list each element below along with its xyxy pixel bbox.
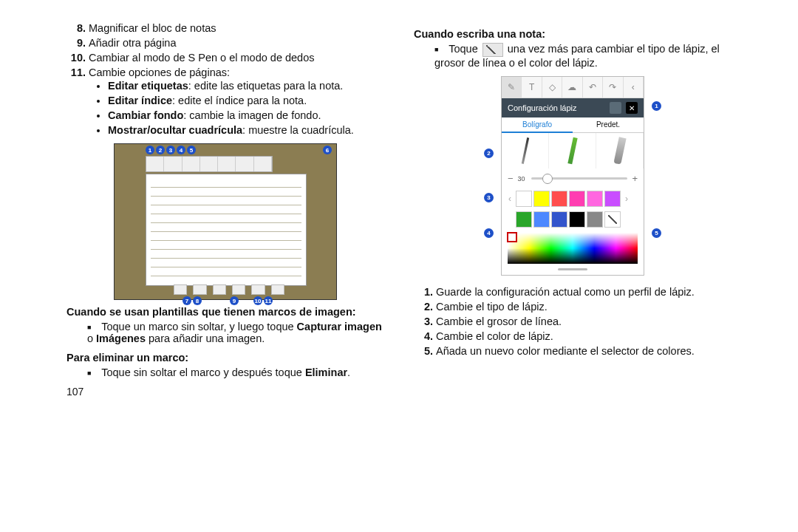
callout-p5: 5 — [652, 228, 661, 238]
swatch-row-2: ‹ — [502, 209, 644, 230]
templates-list: Toque un marco sin soltar, y luego toque… — [66, 321, 384, 344]
swatch-right-arrow: › — [621, 194, 632, 204]
pen-type-row — [502, 133, 644, 168]
plus-icon: + — [632, 173, 638, 184]
save-profile-icon — [610, 102, 621, 114]
eraser-icon: ◇ — [542, 77, 562, 98]
color-swatch — [587, 191, 603, 207]
r-li-4: Cambie el color de lápiz. — [436, 330, 732, 342]
color-swatch — [516, 191, 532, 207]
right-ordered-list: Guarde la configuración actual como un p… — [414, 286, 732, 357]
slider-value: 30 — [518, 175, 525, 183]
tablet-bottom-bar — [174, 284, 284, 295]
callout-6: 6 — [323, 146, 332, 154]
r-li-3: Cambie el grosor de línea. — [436, 316, 732, 327]
color-swatch — [516, 211, 532, 228]
li-11-text: Cambie opciones de páginas: — [89, 66, 230, 78]
swatch-row-1: ‹ › — [502, 188, 644, 209]
color-swatch — [533, 211, 550, 228]
pen-mode-icon: ✎ — [502, 77, 522, 98]
color-swatch — [569, 211, 585, 228]
pen-nib-3 — [596, 133, 644, 168]
tab-boligrafo: Bolígrafo — [502, 117, 573, 133]
slider-track — [531, 177, 628, 180]
sub-mostrar-cuadricula: Mostrar/ocultar cuadrícula: muestre la c… — [108, 124, 384, 136]
r-li-2: Cambie el tipo de lápiz. — [436, 301, 732, 313]
tablet-screenshot: 1 2 3 4 5 6 7 8 9 10 11 — [114, 143, 337, 300]
callout-4: 4 — [177, 146, 185, 154]
page-number: 107 — [66, 386, 384, 398]
color-swatch — [533, 191, 550, 207]
pen-config-title: Configuración lápiz — [508, 103, 577, 112]
write-list: Toque una vez más para cambiar el tipo d… — [414, 43, 732, 69]
pen-nib-2 — [549, 133, 596, 168]
sub-editar-indice: Editar índice: edite el índice para la n… — [108, 95, 384, 106]
callout-2: 2 — [156, 146, 165, 154]
color-swatch — [587, 211, 603, 228]
li-9: Añadir otra página — [89, 37, 384, 49]
tab-predet: Predet. — [573, 117, 644, 133]
callout-11: 11 — [264, 296, 273, 305]
color-swatch — [551, 211, 567, 228]
pen-nib-1 — [502, 133, 549, 168]
left-ordered-list: Magnificar el bloc de notas Añadir otra … — [66, 22, 384, 136]
li-10: Cambiar al modo de S Pen o el modo de de… — [89, 52, 384, 64]
close-icon: ✕ — [626, 102, 638, 114]
write-item: Toque una vez más para cambiar el tipo d… — [434, 43, 732, 69]
heading-write-note: Cuando escriba una nota: — [414, 28, 732, 40]
callout-7: 7 — [183, 296, 191, 305]
thickness-slider: − 30 + — [502, 168, 644, 188]
color-swatch — [604, 191, 621, 207]
remove-list: Toque sin soltar el marco y después toqu… — [66, 366, 384, 378]
color-gradient-picker — [508, 233, 638, 264]
color-swatch — [551, 191, 567, 207]
minus-icon: − — [508, 173, 514, 184]
remove-item: Toque sin soltar el marco y después toqu… — [87, 366, 384, 378]
callout-p3: 3 — [484, 193, 494, 202]
callout-3: 3 — [166, 146, 175, 154]
sub-cambiar-fondo: Cambiar fondo: cambie la imagen de fondo… — [108, 109, 384, 121]
heading-remove-frame: Para eliminar un marco: — [66, 352, 384, 364]
chevron-left-icon: ‹ — [624, 77, 644, 98]
drag-handle-icon — [558, 268, 587, 270]
templates-item: Toque un marco sin soltar, y luego toque… — [87, 321, 384, 344]
callout-1: 1 — [146, 146, 154, 154]
pen-toolbar-icon — [482, 43, 503, 57]
undo-icon: ↶ — [583, 77, 603, 98]
callout-p1: 1 — [652, 101, 661, 111]
text-mode-icon: T — [522, 77, 542, 98]
callout-p4: 4 — [484, 228, 494, 238]
callout-5: 5 — [187, 146, 196, 154]
callout-10: 10 — [253, 296, 262, 305]
redo-icon: ↷ — [603, 77, 623, 98]
r-li-5: Añada un nuevo color mediante el selecto… — [436, 345, 732, 357]
li-8: Magnificar el bloc de notas — [89, 22, 384, 34]
callout-9: 9 — [230, 296, 239, 305]
pen-tabs: Bolígrafo Predet. — [502, 117, 644, 133]
tablet-note-page — [146, 174, 307, 286]
top-toolbar: ✎ T ◇ ☁ ↶ ↷ ‹ — [502, 77, 644, 98]
shape-icon: ☁ — [562, 77, 582, 98]
page-options-list: Editar etiquetas: edite las etiquetas pa… — [89, 80, 384, 136]
eyedropper-icon — [604, 211, 621, 228]
callout-p2: 2 — [484, 149, 494, 158]
heading-templates: Cuando se usan plantillas que tienen mar… — [66, 306, 384, 318]
tablet-toolbar — [146, 156, 273, 172]
callout-8: 8 — [193, 296, 202, 305]
sub-editar-etiquetas: Editar etiquetas: edite las etiquetas pa… — [108, 80, 384, 92]
color-swatch — [569, 191, 585, 207]
swatch-left-arrow: ‹ — [505, 194, 515, 204]
pen-config-header: Configuración lápiz ✕ — [502, 98, 644, 117]
li-11: Cambie opciones de páginas: Editar etiqu… — [89, 66, 384, 136]
r-li-1: Guarde la configuración actual como un p… — [436, 286, 732, 298]
pen-config-screenshot: ✎ T ◇ ☁ ↶ ↷ ‹ Configuración lápiz ✕ Bolí… — [484, 76, 661, 276]
